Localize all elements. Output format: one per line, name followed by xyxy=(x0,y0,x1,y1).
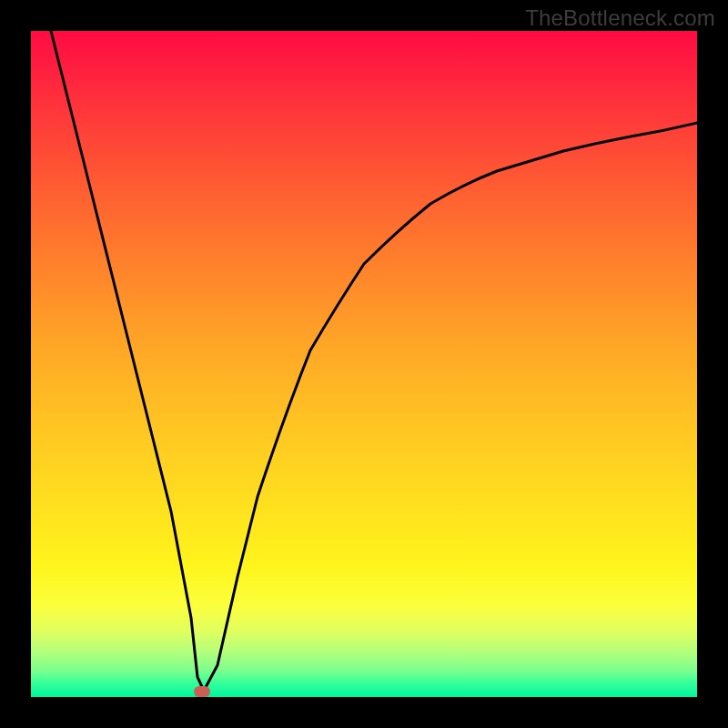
watermark-text: TheBottleneck.com xyxy=(525,5,715,31)
curve-path xyxy=(51,31,697,691)
minimum-marker xyxy=(194,686,210,697)
chart-frame: TheBottleneck.com xyxy=(0,0,728,728)
plot-area xyxy=(31,31,697,697)
bottleneck-curve xyxy=(31,31,697,697)
